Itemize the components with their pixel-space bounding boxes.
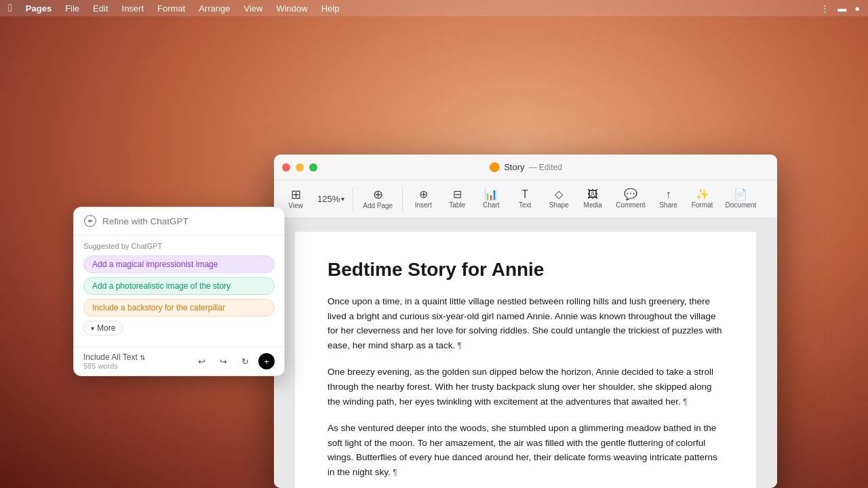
pilcrow-2: ¶ [681,397,688,407]
toolbar-format-btn[interactable]: ✨ Format [686,186,719,211]
window-title: 🟠 Story — Edited [489,162,562,172]
zoom-value: 125% [317,194,340,204]
word-count-label: 585 words [83,362,145,370]
undo-button[interactable]: ↩ [193,353,210,369]
pilcrow-1: ¶ [455,341,462,350]
include-text-container: Include All Text ⇅ 585 words [83,352,145,370]
more-button[interactable]: ▾ More [83,321,123,336]
pages-window: 🟠 Story — Edited ⊞ View 125% ▾ ⊕ Add Pag… [274,155,777,488]
addpage-label: Add Page [363,202,393,209]
suggestion-1[interactable]: Add a magical impressionist image [83,256,275,273]
include-all-text-label: Include All Text ⇅ [83,352,145,362]
pilcrow-3: ¶ [391,468,397,477]
battery-icon: ▬ [837,3,846,14]
table-label: Table [449,201,465,209]
chevron-up-down-icon: ⇅ [140,354,145,361]
table-icon: ⊟ [453,189,462,200]
paragraph-2-text: One breezy evening, as the golden sun di… [328,367,713,406]
shape-icon: ◇ [555,189,563,200]
chart-label: Chart [483,201,499,209]
text-label: Text [519,201,531,209]
panel-footer: Include All Text ⇅ 585 words ↩ ↪ ↻ + [74,346,284,375]
media-label: Media [584,201,602,209]
add-button[interactable]: + [258,353,275,369]
menubar-help[interactable]: Help [316,2,345,15]
toolbar-shape-btn[interactable]: ◇ Shape [542,186,575,211]
comment-label: Comment [616,201,645,209]
close-button[interactable] [282,163,290,171]
document-edited-label: — Edited [528,163,561,172]
share-label: Share [659,201,677,209]
comment-icon: 💬 [624,189,637,200]
redo-button[interactable]: ↪ [215,353,231,369]
toolbar-document-btn[interactable]: 📄 Document [720,186,762,211]
chatgpt-panel: Suggested by ChatGPT Add a magical impre… [73,207,285,376]
refresh-button[interactable]: ↻ [237,353,253,369]
toolbar-chart-btn[interactable]: 📊 Chart [475,186,507,211]
document-title-heading: Bedtime Story for Annie [328,259,724,281]
chatgpt-input[interactable] [102,216,275,226]
more-label: More [97,323,115,333]
menubar-insert[interactable]: Insert [117,2,150,15]
chevron-down-icon: ▾ [91,325,94,332]
document-content[interactable]: Bedtime Story for Annie Once upon a time… [274,218,777,488]
menubar-pages[interactable]: Pages [20,2,57,15]
toolbar-text-btn[interactable]: T Text [509,186,541,211]
maximize-button[interactable] [309,163,317,171]
toolbar-insert-btn[interactable]: ⊕ Insert [407,186,439,211]
toolbar-zoom-btn[interactable]: 125% ▾ [313,191,349,207]
wifi-icon: ⋮ [821,3,829,14]
paragraph-1: Once upon a time, in a quaint little vil… [328,294,724,352]
menubar-edit[interactable]: Edit [87,2,113,15]
toolbar-addpage-btn[interactable]: ⊕ Add Page [357,186,398,212]
addpage-icon: ⊕ [373,188,383,201]
chart-icon: 📊 [484,189,498,200]
suggestion-3[interactable]: Include a backstory for the caterpillar [83,299,275,317]
menubar:  Pages File Edit Insert Format Arrange … [0,0,868,16]
insert-icon: ⊕ [419,189,428,200]
menubar-view[interactable]: View [238,2,268,15]
menubar-arrange[interactable]: Arrange [193,2,235,15]
document-btn-label: Document [726,201,757,209]
media-icon: 🖼 [587,189,598,200]
minimize-button[interactable] [296,163,304,171]
document-page: Bedtime Story for Annie Once upon a time… [295,232,756,488]
window-titlebar: 🟠 Story — Edited [274,155,777,180]
toolbar: ⊞ View 125% ▾ ⊕ Add Page ⊕ Insert ⊟ Tabl… [274,180,777,218]
apple-menu-icon[interactable]:  [8,2,12,14]
paragraph-3: As she ventured deeper into the woods, s… [328,421,724,479]
paragraph-3-text: As she ventured deeper into the woods, s… [328,423,717,477]
toolbar-divider-2 [402,187,403,211]
suggestions-label: Suggested by ChatGPT [83,242,275,250]
toolbar-table-btn[interactable]: ⊟ Table [441,186,473,211]
toolbar-view-btn[interactable]: ⊞ View [279,186,312,212]
text-icon: T [521,189,528,200]
toolbar-comment-btn[interactable]: 💬 Comment [610,186,650,211]
zoom-chevron-icon: ▾ [341,195,344,203]
document-icon: 🟠 [489,162,500,172]
menubar-right: ⋮ ▬ ● [821,3,860,14]
view-label: View [288,202,303,209]
chatgpt-suggestions: Suggested by ChatGPT Add a magical impre… [74,235,284,346]
suggestion-1-text: Add a magical impressionist image [92,260,218,269]
paragraph-2: One breezy evening, as the golden sun di… [328,365,724,409]
chatgpt-search-bar [74,207,284,235]
document-title: Story [504,162,524,172]
search-icon[interactable]: ● [854,3,860,14]
document-btn-icon: 📄 [734,189,747,200]
toolbar-divider-1 [353,187,353,211]
suggestion-2[interactable]: Add a photorealistic image of the story [83,277,275,295]
menubar-window[interactable]: Window [271,2,313,15]
format-icon: ✨ [696,189,709,200]
toolbar-media-btn[interactable]: 🖼 Media [576,186,609,211]
menubar-file[interactable]: File [60,2,85,15]
share-icon: ↑ [666,189,671,200]
shape-label: Shape [549,201,569,209]
menubar-format[interactable]: Format [152,2,191,15]
view-icon: ⊞ [291,188,301,201]
toolbar-share-btn[interactable]: ↑ Share [652,186,685,211]
paragraph-1-text: Once upon a time, in a quaint little vil… [328,296,722,350]
insert-label: Insert [415,201,432,209]
suggestion-2-text: Add a photorealistic image of the story [92,281,231,291]
chatgpt-logo-icon [83,214,97,228]
